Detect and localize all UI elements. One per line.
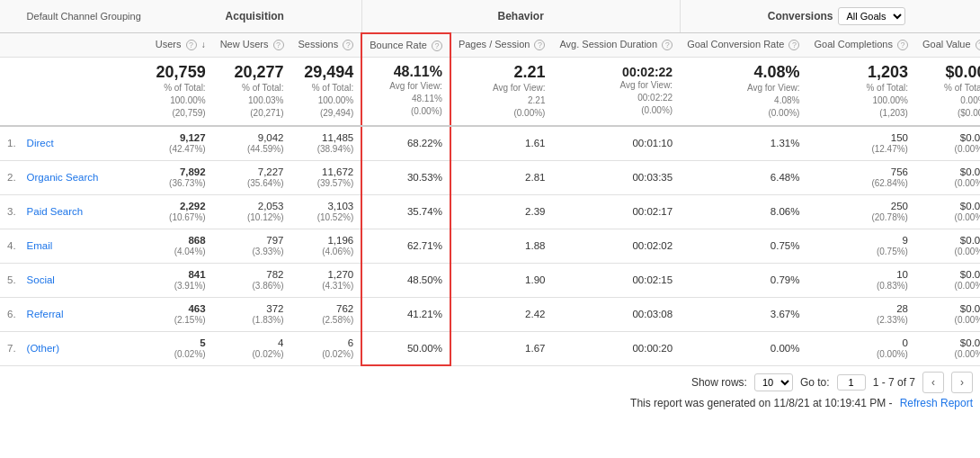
channel-link[interactable]: Paid Search	[27, 206, 84, 217]
empty-header-num	[0, 0, 20, 33]
cell-goal-value: $0.00 (0.00%)	[915, 126, 980, 161]
row-number: 2.	[0, 160, 20, 194]
cell-goal-conversion: 0.75%	[680, 229, 806, 263]
cell-goal-value: $0.00 (0.00%)	[915, 297, 980, 331]
cell-avg-session: 00:02:15	[552, 263, 680, 297]
channel-link[interactable]: Referral	[27, 309, 64, 319]
cell-users: 2,292 (10.67%)	[148, 194, 213, 229]
channel-name[interactable]: (Other)	[20, 331, 148, 365]
table-footer: Show rows: 10 25 50 Go to: 1 - 7 of 7 ‹ …	[0, 366, 980, 415]
channel-link[interactable]: (Other)	[27, 343, 59, 354]
show-rows-label: Show rows:	[691, 376, 747, 389]
pagination-info: 1 - 7 of 7	[873, 376, 915, 389]
analytics-table-container: Default Channel Grouping Acquisition Beh…	[0, 0, 980, 366]
cell-pages-session: 2.39	[450, 194, 553, 229]
cell-bounce-rate: 35.74%	[361, 194, 450, 229]
col-header-num	[0, 33, 20, 58]
channel-name[interactable]: Paid Search	[20, 194, 148, 229]
cell-goal-value: $0.00 (0.00%)	[915, 160, 980, 194]
cell-sessions: 11,672 (39.57%)	[291, 160, 362, 194]
channel-name[interactable]: Social	[20, 263, 148, 297]
show-rows-select[interactable]: 10 25 50	[754, 373, 793, 391]
col-header-avg-session: Avg. Session Duration ?	[552, 33, 680, 58]
goal-completions-info-icon[interactable]: ?	[897, 40, 908, 50]
channel-link[interactable]: Direct	[27, 138, 54, 148]
channel-name[interactable]: Email	[20, 229, 148, 263]
sessions-info-icon[interactable]: ?	[343, 40, 353, 50]
row-number: 5.	[0, 263, 20, 297]
table-row: 5. Social 841 (3.91%) 782 (3.86%) 1,270 …	[0, 263, 980, 297]
goto-label: Go to:	[800, 376, 830, 389]
channel-name[interactable]: Direct	[20, 126, 148, 161]
cell-goal-conversion: 8.06%	[680, 194, 806, 229]
cell-sessions: 3,103 (10.52%)	[291, 194, 362, 229]
prev-page-button[interactable]: ‹	[922, 372, 944, 393]
totals-users: 20,759 % of Total:100.00%(20,759)	[148, 57, 213, 126]
cell-users: 9,127 (42.47%)	[148, 126, 213, 161]
report-info: This report was generated on 11/8/21 at …	[630, 397, 973, 409]
cell-pages-session: 1.67	[450, 331, 553, 365]
all-goals-select[interactable]: All Goals Goal 1 Goal 2	[838, 7, 905, 25]
cell-users: 841 (3.91%)	[148, 263, 213, 297]
cell-goal-conversion: 6.48%	[680, 160, 806, 194]
totals-new-users: 20,277 % of Total:100.03%(20,271)	[213, 57, 291, 126]
bounce-rate-info-icon[interactable]: ?	[432, 40, 442, 51]
users-sort-icon[interactable]: ↓	[201, 40, 206, 49]
new-users-info-icon[interactable]: ?	[273, 40, 284, 50]
col-header-pages-session: Pages / Session ?	[450, 33, 553, 58]
row-number: 4.	[0, 229, 20, 263]
channel-link[interactable]: Email	[27, 240, 53, 251]
cell-new-users: 797 (3.93%)	[213, 229, 291, 263]
cell-pages-session: 1.88	[450, 229, 553, 263]
cell-avg-session: 00:02:02	[552, 229, 680, 263]
channel-name[interactable]: Organic Search	[20, 160, 148, 194]
cell-goal-conversion: 1.31%	[680, 126, 806, 161]
table-row: 4. Email 868 (4.04%) 797 (3.93%) 1,196 (…	[0, 229, 980, 263]
goto-input[interactable]	[837, 374, 866, 391]
totals-avg-session: 00:02:22 Avg for View:00:02:22(0.00%)	[552, 57, 680, 126]
cell-goal-value: $0.00 (0.00%)	[915, 263, 980, 297]
cell-bounce-rate: 30.53%	[361, 160, 450, 194]
avg-session-info-icon[interactable]: ?	[662, 40, 673, 50]
cell-sessions: 1,270 (4.31%)	[291, 263, 362, 297]
cell-pages-session: 2.81	[450, 160, 553, 194]
col-header-goal-value: Goal Value ?	[915, 33, 980, 58]
col-header-sessions: Sessions ?	[291, 33, 362, 58]
cell-pages-session: 1.90	[450, 263, 553, 297]
cell-new-users: 2,053 (10.12%)	[213, 194, 291, 229]
channel-link[interactable]: Organic Search	[27, 172, 99, 183]
cell-users: 5 (0.02%)	[148, 331, 213, 365]
table-row: 1. Direct 9,127 (42.47%) 9,042 (44.59%) …	[0, 126, 980, 161]
channel-link[interactable]: Social	[27, 274, 55, 285]
cell-users: 7,892 (36.73%)	[148, 160, 213, 194]
report-generated-label: This report was generated on 11/8/21 at …	[630, 397, 893, 409]
goal-value-info-icon[interactable]: ?	[976, 40, 980, 50]
cell-goal-value: $0.00 (0.00%)	[915, 229, 980, 263]
cell-new-users: 9,042 (44.59%)	[213, 126, 291, 161]
cell-goal-completions: 150 (12.47%)	[806, 126, 915, 161]
pages-session-info-icon[interactable]: ?	[534, 40, 545, 50]
cell-goal-completions: 756 (62.84%)	[806, 160, 915, 194]
cell-new-users: 4 (0.02%)	[213, 331, 291, 365]
cell-new-users: 782 (3.86%)	[213, 263, 291, 297]
cell-avg-session: 00:00:20	[552, 331, 680, 365]
users-info-icon[interactable]: ?	[186, 40, 197, 50]
channel-name[interactable]: Referral	[20, 297, 148, 331]
col-header-channel	[20, 33, 148, 58]
table-row: 3. Paid Search 2,292 (10.67%) 2,053 (10.…	[0, 194, 980, 229]
cell-goal-completions: 250 (20.78%)	[806, 194, 915, 229]
totals-channel	[20, 57, 148, 126]
cell-sessions: 6 (0.02%)	[291, 331, 362, 365]
cell-goal-completions: 10 (0.83%)	[806, 263, 915, 297]
totals-empty-num	[0, 57, 20, 126]
goal-conversion-info-icon[interactable]: ?	[788, 40, 799, 50]
cell-goal-completions: 0 (0.00%)	[806, 331, 915, 365]
cell-bounce-rate: 48.50%	[361, 263, 450, 297]
cell-goal-conversion: 3.67%	[680, 297, 806, 331]
col-header-new-users: New Users ?	[213, 33, 291, 58]
col-header-goal-conversion: Goal Conversion Rate ?	[680, 33, 806, 58]
refresh-report-link[interactable]: Refresh Report	[900, 397, 973, 409]
cell-goal-conversion: 0.00%	[680, 331, 806, 365]
next-page-button[interactable]: ›	[951, 372, 973, 393]
conversions-group-header: Conversions All Goals Goal 1 Goal 2	[680, 0, 980, 33]
